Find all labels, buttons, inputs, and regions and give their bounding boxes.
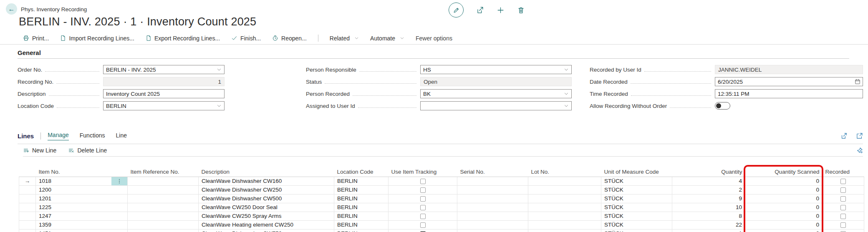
related-menu[interactable]: Related [330,35,359,42]
column-header-item_no[interactable]: Item No. [36,167,128,177]
cell-location-code[interactable]: BERLIN [334,185,389,194]
row-marker-cell[interactable] [19,203,36,212]
use-item-tracking-checkbox[interactable] [420,222,426,228]
use-item-tracking-checkbox[interactable] [420,179,426,184]
chevron-down-icon[interactable] [217,103,222,108]
cell-item-reference-no[interactable] [128,194,199,203]
share-icon[interactable] [840,132,848,140]
cell-recorded[interactable] [823,212,864,220]
description-input[interactable] [103,90,224,98]
chevron-down-icon[interactable] [217,67,222,72]
cell-unit-of-measure-code[interactable]: STÜCK [601,194,672,203]
cell-location-code[interactable]: BERLIN [334,194,389,203]
column-header-quantity_scanned[interactable]: Quantity Scanned [745,167,823,177]
cell-quantity[interactable]: 8 [672,212,745,220]
cell-quantity[interactable]: 9 [672,194,745,203]
cell-item-no[interactable]: 1451 [36,229,128,232]
order-no-input[interactable] [103,65,217,74]
cell-description[interactable]: CleanWave Dishwasher CW250 [199,185,334,194]
cell-serial-no[interactable] [457,212,528,220]
recorded-checkbox[interactable] [840,222,846,228]
cell-serial-no[interactable] [457,203,528,212]
lines-heading[interactable]: Lines [18,132,34,140]
cell-quantity-scanned[interactable]: 0 [745,203,823,212]
table-row[interactable]: 1201CleanWave Dishwasher CW500BERLINSTÜC… [19,194,864,203]
cell-unit-of-measure-code[interactable]: STÜCK [601,229,672,232]
cell-description[interactable]: CleanWave CW250 Door Seal [199,203,334,212]
chevron-down-icon[interactable] [564,91,569,96]
cell-item-reference-no[interactable] [128,203,199,212]
use-item-tracking-checkbox[interactable] [420,205,426,210]
row-marker-cell[interactable] [19,194,36,203]
location-code-input[interactable] [103,102,217,110]
cell-recorded[interactable] [823,220,864,229]
column-header-lot_no[interactable]: Lot No. [528,167,601,177]
cell-use-item-tracking[interactable] [389,212,457,220]
automate-menu[interactable]: Automate [370,35,404,42]
cell-item-reference-no[interactable] [128,212,199,220]
location-code-combobox[interactable] [103,101,225,110]
share-icon[interactable] [476,6,484,14]
cell-serial-no[interactable] [457,177,528,185]
cell-location-code[interactable]: BERLIN [334,203,389,212]
cell-serial-no[interactable] [457,220,528,229]
table-row[interactable]: 1451CleanWave Dishwasher CW750BERLIN✓STÜ… [19,229,864,232]
cell-quantity-scanned[interactable]: 0 [745,212,823,220]
cell-quantity-scanned[interactable]: 0 [745,185,823,194]
column-header-description[interactable]: Description [199,167,334,177]
export-recording-lines-button[interactable]: Export Recording Lines... [146,35,220,42]
row-marker-cell[interactable] [19,212,36,220]
cell-unit-of-measure-code[interactable]: STÜCK [601,212,672,220]
tab-functions[interactable]: Functions [80,132,105,140]
use-item-tracking-checkbox[interactable] [420,214,426,219]
cell-description[interactable]: CleanWave Dishwasher CW750 [199,229,334,232]
cell-use-item-tracking[interactable] [389,185,457,194]
plus-icon[interactable] [497,6,505,14]
column-header-item_reference_no[interactable]: Item Reference No. [128,167,199,177]
cell-description[interactable]: CleanWave Dishwasher CW500 [199,194,334,203]
cell-recorded[interactable] [823,177,864,185]
time-recorded-input[interactable] [715,90,863,98]
assigned-to-user-id-combobox[interactable] [420,101,572,110]
description-field[interactable] [103,89,225,98]
order-no-combobox[interactable] [103,65,225,74]
more-options-button[interactable]: ⋮ [111,177,127,185]
cell-location-code[interactable]: BERLIN [334,177,389,185]
pin-icon[interactable] [856,147,863,154]
recorded-checkbox[interactable] [840,205,846,210]
recorded-checkbox[interactable] [840,187,846,193]
cell-serial-no[interactable] [457,185,528,194]
cell-item-no[interactable]: 1018⋮ [36,177,128,185]
table-row[interactable]: 1225CleanWave CW250 Door SealBERLINSTÜCK… [19,203,864,212]
person-responsible-combobox[interactable] [420,65,572,74]
person-recorded-combobox[interactable] [420,89,572,98]
cell-serial-no[interactable] [457,194,528,203]
row-marker-cell[interactable]: → [19,177,36,185]
cell-item-no[interactable]: 1225 [36,203,128,212]
cell-quantity[interactable]: 4 [672,177,745,185]
print-button[interactable]: Print... [23,35,49,42]
cell-quantity-scanned[interactable]: 0 [745,220,823,229]
cell-lot-no[interactable] [528,177,601,185]
row-marker-cell[interactable] [19,220,36,229]
person-recorded-input[interactable] [421,90,564,98]
cell-quantity[interactable]: 1 [672,229,745,232]
cell-unit-of-measure-code[interactable]: STÜCK [601,203,672,212]
use-item-tracking-checkbox[interactable] [420,187,426,193]
cell-quantity-scanned[interactable]: 0 [745,177,823,185]
cell-recorded[interactable] [823,203,864,212]
finish-button[interactable]: Finish... [231,35,261,42]
cell-recorded[interactable] [823,194,864,203]
cell-use-item-tracking[interactable] [389,177,457,185]
column-header-serial_no[interactable]: Serial No. [457,167,528,177]
recorded-checkbox[interactable] [840,196,846,202]
cell-location-code[interactable]: BERLIN [334,212,389,220]
cell-item-no[interactable]: 1247 [36,212,128,220]
row-marker-cell[interactable] [19,185,36,194]
cell-description[interactable]: CleanWave Heating element CW250 [199,220,334,229]
edit-button[interactable] [449,2,464,17]
cell-quantity-scanned[interactable]: 0 [745,194,823,203]
cell-item-reference-no[interactable] [128,229,199,232]
cell-item-no[interactable]: 1200 [36,185,128,194]
general-section-heading[interactable]: General [18,49,849,59]
